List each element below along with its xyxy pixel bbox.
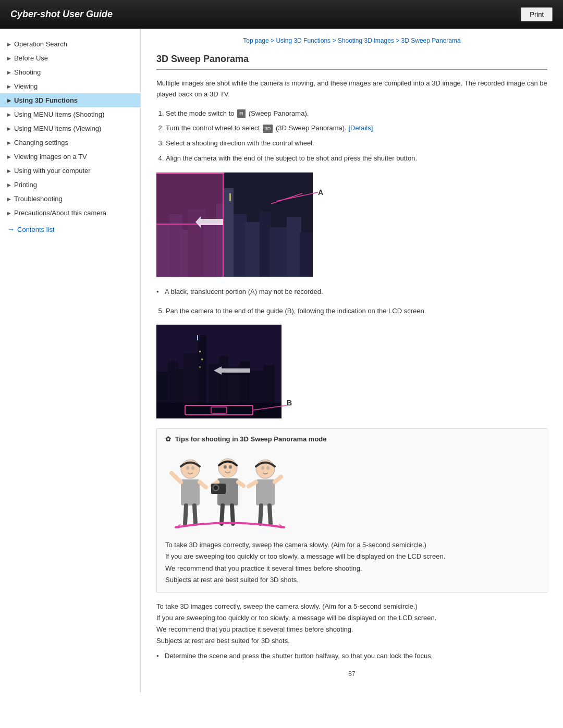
breadcrumb-3d-functions[interactable]: Using 3D Functions xyxy=(276,37,331,44)
sidebar-item-using-with-computer[interactable]: ▶ Using with your computer xyxy=(0,164,140,178)
svg-line-67 xyxy=(249,482,256,486)
sidebar-item-using-menu-viewing[interactable]: ▶ Using MENU items (Viewing) xyxy=(0,121,140,135)
svg-rect-13 xyxy=(300,232,313,277)
sidebar-item-label: Using MENU items (Shooting) xyxy=(14,110,104,118)
panorama-image-2-container: B xyxy=(156,325,547,420)
svg-rect-19 xyxy=(229,193,231,201)
svg-rect-29 xyxy=(199,351,201,352)
arrow-icon: ▶ xyxy=(7,182,11,188)
header: Cyber-shot User Guide Print xyxy=(0,0,563,29)
contents-list-label: Contents list xyxy=(17,226,55,233)
bullet-note-a: A black, translucent portion (A) may not… xyxy=(156,287,547,298)
svg-point-52 xyxy=(224,465,227,469)
svg-line-56 xyxy=(238,482,243,486)
contents-list-link[interactable]: → Contents list xyxy=(0,220,140,239)
svg-line-61 xyxy=(222,505,223,524)
panorama-image-1-container: A xyxy=(156,172,547,278)
svg-point-65 xyxy=(266,466,270,470)
step-1: Set the mode switch to ⊟ (Sweep Panorama… xyxy=(166,108,547,119)
svg-line-62 xyxy=(232,505,233,524)
steps-list: Set the mode switch to ⊟ (Sweep Panorama… xyxy=(166,108,547,164)
svg-line-47 xyxy=(172,473,181,482)
page-number: 87 xyxy=(156,670,547,677)
svg-rect-9 xyxy=(245,222,261,277)
svg-point-45 xyxy=(191,466,194,470)
sidebar-item-troubleshooting[interactable]: ▶ Troubleshooting xyxy=(0,192,140,206)
svg-line-69 xyxy=(260,505,261,524)
svg-rect-12 xyxy=(287,217,301,277)
svg-rect-8 xyxy=(234,214,247,277)
svg-line-70 xyxy=(270,505,271,524)
svg-rect-11 xyxy=(270,227,288,277)
sidebar-item-label: Troubleshooting xyxy=(14,195,63,203)
sidebar-item-label: Using MENU items (Viewing) xyxy=(14,125,101,132)
svg-rect-16 xyxy=(156,172,224,174)
arrow-icon: ▶ xyxy=(7,126,11,131)
panorama-image-1: A xyxy=(156,172,313,278)
sidebar-item-label: Viewing images on a TV xyxy=(14,153,87,161)
tips-body-text: To take 3D images correctly, sweep the c… xyxy=(165,539,538,585)
sidebar-item-label: Shooting xyxy=(14,68,41,76)
svg-rect-28 xyxy=(197,335,198,340)
sidebar-item-viewing[interactable]: ▶ Viewing xyxy=(0,79,140,93)
tips-box: ✿ Tips for shooting in 3D Sweep Panorama… xyxy=(156,428,547,592)
details-link[interactable]: [Details] xyxy=(348,124,373,132)
arrow-icon: ▶ xyxy=(7,112,11,117)
page-layout: ▶ Operation Search ▶ Before Use ▶ Shooti… xyxy=(0,29,563,693)
bottom-bullet-list: Determine the scene and press the shutte… xyxy=(156,651,547,662)
step5-list: Pan the camera to the end of the guide (… xyxy=(166,306,547,317)
header-title: Cyber-shot User Guide xyxy=(10,9,113,20)
svg-rect-31 xyxy=(199,366,201,368)
sweep-panorama-icon: ⊟ xyxy=(237,109,246,118)
sidebar-item-changing-settings[interactable]: ▶ Changing settings xyxy=(0,135,140,150)
bullet-note-list: A black, translucent portion (A) may not… xyxy=(156,287,547,298)
svg-rect-10 xyxy=(260,212,271,277)
svg-line-68 xyxy=(275,477,281,482)
panorama-svg-2 xyxy=(156,325,282,418)
sidebar-item-operation-search[interactable]: ▶ Operation Search xyxy=(0,37,140,51)
sidebar-item-using-menu-shooting[interactable]: ▶ Using MENU items (Shooting) xyxy=(0,107,140,121)
sidebar-item-label: Viewing xyxy=(14,82,38,90)
label-b: B xyxy=(287,399,292,407)
svg-rect-7 xyxy=(224,188,234,277)
arrow-icon: ▶ xyxy=(7,70,11,75)
sidebar: ▶ Operation Search ▶ Before Use ▶ Shooti… xyxy=(0,29,141,693)
sidebar-item-before-use[interactable]: ▶ Before Use xyxy=(0,51,140,65)
bottom-paragraph: To take 3D images correctly, sweep the c… xyxy=(156,601,547,647)
sidebar-item-using-3d-functions[interactable]: ▶ Using 3D Functions xyxy=(0,93,140,107)
sidebar-item-precautions[interactable]: ▶ Precautions/About this camera xyxy=(0,206,140,220)
step-3: Select a shooting direction with the con… xyxy=(166,138,547,149)
arrow-icon: ▶ xyxy=(7,168,11,174)
step-5: Pan the camera to the end of the guide (… xyxy=(166,306,547,317)
arrow-icon: ▶ xyxy=(7,98,11,103)
svg-point-44 xyxy=(186,466,189,470)
arrow-icon: ▶ xyxy=(7,196,11,202)
breadcrumb: Top page > Using 3D Functions > Shooting… xyxy=(156,37,547,44)
arrow-right-icon: → xyxy=(7,225,15,233)
label-a: A xyxy=(318,188,323,196)
svg-line-48 xyxy=(200,482,206,487)
svg-rect-66 xyxy=(256,479,275,505)
arrow-icon: ▶ xyxy=(7,140,11,145)
breadcrumb-shooting-3d[interactable]: Shooting 3D images xyxy=(338,37,394,44)
intro-paragraph: Multiple images are shot while the camer… xyxy=(156,78,547,100)
print-button[interactable]: Print xyxy=(521,7,553,21)
arrow-icon: ▶ xyxy=(7,211,11,216)
panorama-image-2: B xyxy=(156,325,282,420)
sidebar-item-viewing-on-tv[interactable]: ▶ Viewing images on a TV xyxy=(0,150,140,164)
sidebar-item-printing[interactable]: ▶ Printing xyxy=(0,178,140,192)
breadcrumb-current: 3D Sweep Panorama xyxy=(401,37,461,44)
svg-rect-30 xyxy=(201,359,203,360)
tips-title: ✿ Tips for shooting in 3D Sweep Panorama… xyxy=(165,435,538,443)
svg-point-53 xyxy=(229,465,232,469)
breadcrumb-top[interactable]: Top page xyxy=(243,37,268,44)
arrow-icon: ▶ xyxy=(7,154,11,159)
tips-illustration xyxy=(165,448,538,533)
main-content: Top page > Using 3D Functions > Shooting… xyxy=(141,29,563,693)
sidebar-item-label: Printing xyxy=(14,181,37,189)
sidebar-item-shooting[interactable]: ▶ Shooting xyxy=(0,65,140,79)
sidebar-item-label: Changing settings xyxy=(14,139,68,146)
sidebar-item-label: Using 3D Functions xyxy=(14,96,78,104)
panorama-svg-1 xyxy=(156,172,313,277)
svg-line-50 xyxy=(194,505,195,524)
